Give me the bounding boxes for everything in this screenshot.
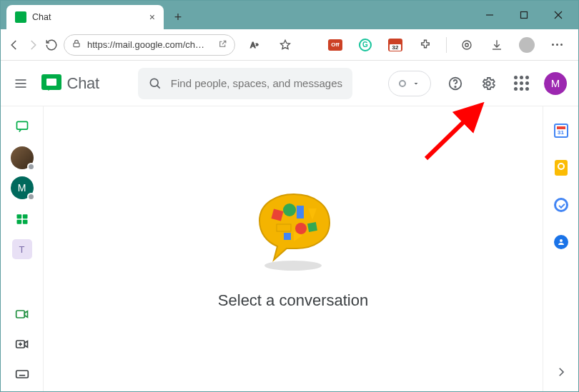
svg-point-12 bbox=[150, 79, 158, 86]
open-external-icon[interactable] bbox=[218, 39, 227, 51]
svg-rect-40 bbox=[284, 233, 291, 240]
status-selector[interactable] bbox=[388, 71, 431, 96]
window-close-button[interactable] bbox=[543, 4, 574, 26]
browser-menu-button[interactable] bbox=[543, 33, 571, 57]
calendar-addon[interactable]: 31 bbox=[553, 122, 570, 139]
apps-grid-icon bbox=[514, 76, 529, 91]
svg-rect-35 bbox=[297, 206, 304, 218]
svg-rect-19 bbox=[22, 214, 27, 218]
contacts-addon[interactable] bbox=[553, 233, 570, 251]
svg-point-34 bbox=[283, 203, 296, 216]
svg-line-13 bbox=[157, 85, 160, 88]
svg-rect-22 bbox=[16, 311, 24, 318]
svg-rect-4 bbox=[74, 43, 79, 46]
svg-point-15 bbox=[455, 86, 455, 86]
svg-rect-39 bbox=[307, 222, 317, 232]
url-text: https://mail.google.com/ch… bbox=[87, 39, 212, 50]
space-item[interactable]: T bbox=[12, 239, 32, 259]
extension-calendar[interactable]: 32 bbox=[381, 33, 410, 57]
collapse-side-panel-button[interactable] bbox=[555, 366, 568, 381]
keyboard-button[interactable] bbox=[9, 364, 35, 384]
search-placeholder: Find people, spaces, and messages bbox=[171, 77, 342, 89]
search-bar[interactable]: Find people, spaces, and messages bbox=[138, 68, 352, 99]
svg-point-38 bbox=[295, 223, 307, 234]
svg-point-16 bbox=[486, 81, 490, 86]
svg-point-42 bbox=[560, 239, 563, 242]
collections-button[interactable] bbox=[452, 33, 481, 57]
svg-rect-1 bbox=[521, 12, 528, 19]
main-menu-button[interactable] bbox=[12, 69, 30, 98]
svg-rect-20 bbox=[16, 220, 21, 224]
chevron-down-icon bbox=[412, 79, 420, 88]
keep-addon[interactable] bbox=[553, 159, 570, 176]
meet-join-button[interactable] bbox=[9, 334, 35, 354]
meet-new-button[interactable] bbox=[9, 304, 35, 324]
side-panel-rail: 31 bbox=[543, 106, 578, 391]
lock-icon bbox=[71, 39, 81, 51]
status-indicator-icon bbox=[399, 80, 406, 87]
app-header: Chat Find people, spaces, and messages M bbox=[1, 61, 578, 106]
gear-icon bbox=[480, 76, 496, 91]
svg-rect-17 bbox=[16, 121, 27, 129]
search-icon bbox=[148, 76, 162, 91]
close-tab-icon[interactable]: × bbox=[149, 11, 155, 23]
refresh-button[interactable] bbox=[45, 33, 58, 57]
help-button[interactable] bbox=[441, 69, 470, 98]
chat-logo-icon bbox=[40, 74, 63, 93]
address-bar[interactable]: https://mail.google.com/ch… bbox=[64, 34, 235, 56]
tab-title: Chat bbox=[32, 12, 144, 22]
account-avatar[interactable]: M bbox=[544, 72, 567, 95]
downloads-button[interactable] bbox=[482, 33, 511, 57]
product-name: Chat bbox=[67, 74, 99, 93]
main-content: Select a conversation bbox=[44, 106, 543, 391]
window-minimize-button[interactable] bbox=[474, 4, 505, 26]
svg-text:A: A bbox=[250, 40, 255, 49]
svg-rect-18 bbox=[16, 214, 21, 218]
collections-vline bbox=[441, 33, 451, 57]
svg-text:»: » bbox=[256, 41, 259, 46]
browser-tab[interactable]: Chat × bbox=[6, 5, 164, 29]
new-tab-button[interactable]: + bbox=[168, 7, 188, 27]
extension-off[interactable]: Off bbox=[321, 33, 350, 57]
svg-rect-26 bbox=[16, 371, 28, 378]
window-titlebar: Chat × + bbox=[1, 1, 578, 29]
google-apps-button[interactable] bbox=[507, 69, 535, 98]
profile-button[interactable] bbox=[513, 33, 541, 57]
svg-rect-37 bbox=[277, 224, 291, 231]
extensions-button[interactable] bbox=[411, 33, 440, 57]
svg-point-32 bbox=[264, 261, 322, 271]
chat-favicon bbox=[15, 11, 26, 23]
window-maximize-button[interactable] bbox=[508, 4, 540, 26]
chat-section-icon[interactable] bbox=[9, 114, 35, 139]
conversation-avatar-1[interactable] bbox=[11, 146, 34, 169]
back-button[interactable] bbox=[8, 33, 21, 57]
forward-button[interactable] bbox=[26, 33, 39, 57]
extension-grammarly[interactable]: G bbox=[351, 33, 380, 57]
svg-rect-21 bbox=[22, 220, 27, 224]
settings-button[interactable] bbox=[474, 69, 503, 98]
tasks-addon[interactable] bbox=[553, 196, 570, 213]
empty-state-illustration bbox=[245, 189, 342, 274]
conversation-avatar-2[interactable]: M bbox=[11, 176, 34, 199]
reader-mode-button[interactable]: A» bbox=[241, 33, 269, 57]
empty-state-text: Select a conversation bbox=[218, 291, 368, 310]
chat-logo[interactable]: Chat bbox=[40, 74, 99, 93]
favorites-button[interactable] bbox=[271, 33, 300, 57]
svg-point-7 bbox=[462, 41, 471, 49]
left-navigation-rail: M T bbox=[1, 106, 44, 391]
browser-toolbar: https://mail.google.com/ch… A» Off G 32 bbox=[1, 29, 578, 61]
spaces-section-icon[interactable] bbox=[9, 206, 35, 232]
svg-point-8 bbox=[465, 43, 469, 46]
